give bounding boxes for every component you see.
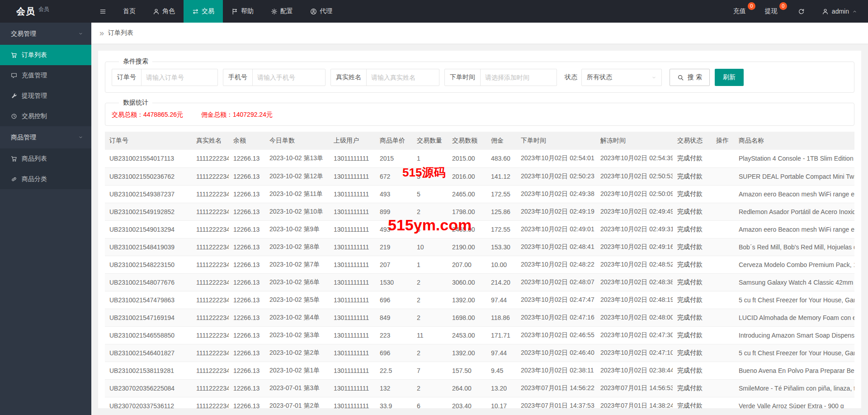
sidebar-item-withdraw[interactable]: 提现管理 (0, 86, 91, 106)
cell-unfreeze-time: 2023年07月01日 14:38:24 (596, 397, 673, 408)
phone-input[interactable] (253, 69, 325, 86)
cell-amount: 2015.00 (448, 150, 486, 167)
cell-parent-user: 13011111111 (329, 309, 375, 326)
cell-order-time: 2023年10月02日 02:49:01 (516, 220, 596, 238)
real-name-group: 真实姓名 (330, 69, 439, 86)
status-selected-value: 所有状态 (587, 73, 612, 81)
cell-trade-status: 完成付款 (673, 291, 712, 309)
wrench-icon (11, 93, 17, 99)
recharge-button[interactable]: 充值 0 (726, 0, 758, 23)
exchange-icon (192, 8, 199, 15)
cell-trade-status: 完成付款 (673, 256, 712, 273)
cell-amount: 1392.00 (448, 344, 486, 362)
user-menu[interactable]: admin (813, 0, 868, 23)
cell-product-name: Cerveza Modelo Combo Premium Pack, 12 Bo… (734, 256, 854, 273)
column-header: 交易数量 (412, 132, 448, 150)
cell-balance: 12266.13 (229, 362, 265, 379)
cell-unit-price: 696 (375, 291, 412, 309)
cell-parent-user: 13011111111 (329, 379, 375, 397)
cell-trade-status: 完成付款 (673, 273, 712, 291)
cell-order-time: 2023年10月02日 02:46:55 (516, 326, 596, 344)
sidebar-item-order-list[interactable]: 订单列表 (0, 45, 91, 65)
cell-real-name: 11112222345 (192, 167, 229, 185)
sidebar: 交易管理 订单列表 充值管理 提现管理 交易控制 商品管理 商品列表 (0, 23, 91, 415)
order-time-input[interactable] (481, 69, 557, 86)
cell-order-no: UB2310021549192852 (105, 203, 192, 220)
sidebar-item-product-list[interactable]: 商品列表 (0, 148, 91, 169)
cell-today-orders: 2023-07-01 第3单 (265, 379, 329, 397)
cell-unit-price: 219 (375, 238, 412, 256)
cart-icon (11, 156, 17, 162)
cell-today-orders: 2023-10-02 第7单 (265, 256, 329, 273)
nav-item-help[interactable]: 帮助 (223, 0, 262, 23)
order-time-label: 下单时间 (445, 69, 481, 86)
cell-commission: 172.55 (486, 185, 516, 203)
cell-product-name: Bob´s Red Mill, Bob's Red Mill, Hojuelas… (734, 238, 854, 256)
cell-action (712, 220, 734, 238)
search-icon (677, 74, 684, 81)
cell-real-name: 11112222345 (192, 309, 229, 326)
recharge-badge: 0 (748, 2, 755, 10)
refresh-icon (798, 8, 805, 15)
sidebar-item-product-category[interactable]: 商品分类 (0, 169, 91, 189)
top-nav: 首页 角色 交易 帮助 配置 代理 (114, 0, 341, 23)
order-no-input[interactable] (142, 69, 217, 86)
refresh-list-button[interactable]: 刷新 (715, 69, 744, 86)
cell-parent-user: 13011111111 (329, 238, 375, 256)
cell-unit-price: 22.5 (375, 362, 412, 379)
cell-unit-price: 493 (375, 220, 412, 238)
cell-unit-price: 223 (375, 326, 412, 344)
sidebar-group-label: 商品管理 (11, 134, 36, 142)
cell-real-name: 11112222345 (192, 256, 229, 273)
sidebar-item-trade-control[interactable]: 交易控制 (0, 106, 91, 126)
column-header: 商品单价 (375, 132, 412, 150)
sidebar-group-product[interactable]: 商品管理 (0, 126, 91, 148)
real-name-input[interactable] (367, 69, 439, 86)
cell-order-time: 2023年10月02日 02:47:47 (516, 291, 596, 309)
column-header: 余额 (229, 132, 265, 150)
username: admin (832, 8, 849, 15)
column-header: 今日单数 (265, 132, 329, 150)
cell-quantity: 7 (412, 362, 448, 379)
header-right: 充值 0 提现 0 admin (726, 0, 868, 23)
cell-unit-price: 672 (375, 167, 412, 185)
column-header: 解冻时间 (596, 132, 673, 150)
sidebar-collapse-button[interactable] (91, 0, 114, 23)
cell-commission: 153.30 (486, 238, 516, 256)
cell-commission: 13.20 (486, 379, 516, 397)
cell-real-name: 11112222345 (192, 344, 229, 362)
cell-product-name: Redlemon Asador Portátil de Acero Inoxid… (734, 203, 854, 220)
sidebar-group-trade[interactable]: 交易管理 (0, 23, 91, 45)
column-header: 交易数额 (448, 132, 486, 150)
cell-balance: 12266.13 (229, 256, 265, 273)
sidebar-item-label: 充值管理 (22, 72, 47, 80)
nav-item-home[interactable]: 首页 (114, 0, 144, 23)
cell-commission: 9.45 (486, 362, 516, 379)
nav-item-trade[interactable]: 交易 (184, 0, 223, 23)
order-row: UB2307020337536112 11112222345 12266.13 … (105, 397, 854, 408)
cell-action (712, 344, 734, 362)
cell-order-no: UB2310021549013294 (105, 220, 192, 238)
nav-item-config[interactable]: 配置 (262, 0, 302, 23)
cell-commission: 10.17 (486, 397, 516, 408)
order-row: UB2310021554017113 11112222345 12266.13 … (105, 150, 854, 167)
search-button[interactable]: 搜 索 (670, 69, 710, 86)
chevron-up-icon (852, 9, 857, 14)
refresh-page-button[interactable] (789, 0, 813, 23)
status-select[interactable]: 所有状态 (581, 69, 662, 86)
cell-action (712, 203, 734, 220)
sidebar-item-label: 提现管理 (22, 92, 47, 100)
app-logo[interactable]: 会员 会员 (0, 0, 91, 23)
withdraw-button[interactable]: 提现 0 (758, 0, 789, 23)
cell-quantity: 1 (412, 256, 448, 273)
breadcrumb: » 订单列表 (91, 23, 868, 44)
cell-order-no: UB2310021549387237 (105, 185, 192, 203)
cell-action (712, 397, 734, 408)
cell-parent-user: 13011111111 (329, 150, 375, 167)
status-label: 状态 (565, 73, 577, 81)
nav-item-agent[interactable]: 代理 (302, 0, 341, 23)
sidebar-item-recharge[interactable]: 充值管理 (0, 65, 91, 86)
cell-trade-status: 完成付款 (673, 185, 712, 203)
nav-item-roles[interactable]: 角色 (144, 0, 184, 23)
real-name-label: 真实姓名 (331, 69, 367, 86)
